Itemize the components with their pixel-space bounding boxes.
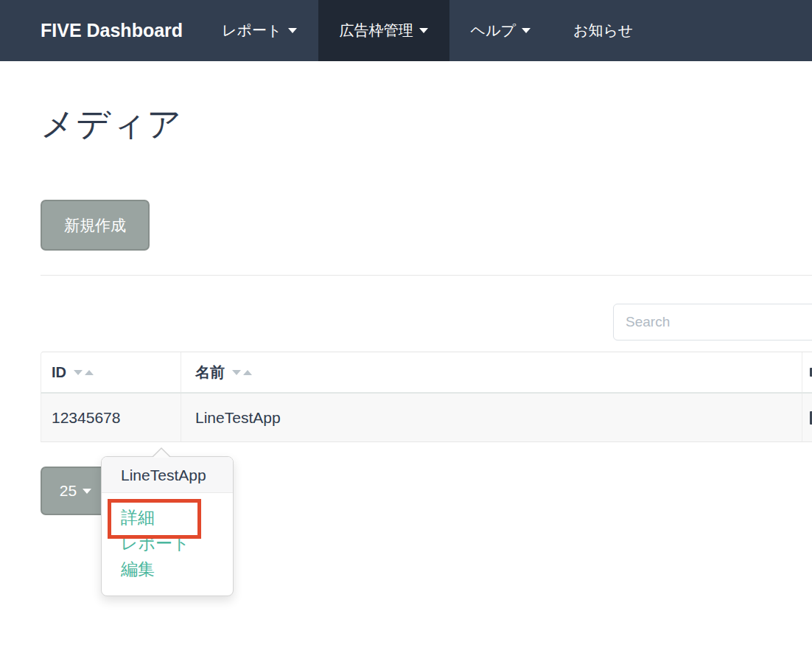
- nav-item-label: レポート: [222, 21, 281, 41]
- search-input[interactable]: [613, 304, 812, 341]
- sort-icons: [232, 370, 252, 375]
- popover-body: 詳細 レポート 編集: [102, 493, 233, 582]
- top-navbar: FIVE Dashboard レポート 広告枠管理 ヘルプ お知らせ: [0, 0, 812, 61]
- cell-id: 12345678: [41, 394, 181, 441]
- sort-asc-icon: [243, 370, 252, 375]
- sort-icons: [74, 370, 94, 375]
- cell-clipped: [802, 394, 812, 441]
- sort-desc-icon: [74, 370, 83, 375]
- caret-down-icon: [419, 28, 428, 33]
- cell-name: LineTestApp: [181, 394, 802, 441]
- brand-logo[interactable]: FIVE Dashboard: [41, 0, 183, 61]
- app-window: FIVE Dashboard レポート 広告枠管理 ヘルプ お知らせ メディア …: [0, 0, 812, 653]
- nav-item-news[interactable]: お知らせ: [552, 0, 654, 61]
- column-header-clipped: [802, 352, 812, 392]
- caret-down-icon: [288, 28, 297, 33]
- page-title: メディア: [41, 102, 182, 147]
- nav-item-label: 広告枠管理: [340, 21, 413, 41]
- nav-item-report[interactable]: レポート: [200, 0, 318, 61]
- caret-down-icon: [522, 28, 531, 33]
- page-size-dropdown[interactable]: 25: [41, 467, 111, 515]
- main-nav: レポート 広告枠管理 ヘルプ お知らせ: [200, 0, 654, 61]
- sort-desc-icon: [232, 370, 241, 375]
- table-row[interactable]: 12345678 LineTestApp: [41, 394, 812, 442]
- column-header-label: ID: [52, 364, 66, 381]
- nav-item-label: ヘルプ: [471, 21, 516, 41]
- popover-link-details[interactable]: 詳細: [121, 505, 233, 531]
- popover-link-report[interactable]: レポート: [121, 531, 233, 556]
- create-new-button[interactable]: 新規作成: [41, 200, 150, 251]
- nav-item-ad-slot-management[interactable]: 広告枠管理: [318, 0, 449, 61]
- row-actions-popover: LineTestApp 詳細 レポート 編集: [101, 456, 234, 596]
- sort-asc-icon: [85, 370, 94, 375]
- column-header-id[interactable]: ID: [41, 352, 181, 392]
- nav-item-help[interactable]: ヘルプ: [449, 0, 552, 61]
- nav-item-label: お知らせ: [573, 21, 633, 41]
- page-size-value: 25: [60, 482, 77, 500]
- table-header-row: ID 名前: [41, 352, 812, 394]
- divider: [41, 275, 812, 276]
- column-header-name[interactable]: 名前: [181, 352, 802, 392]
- popover-link-edit[interactable]: 編集: [121, 556, 233, 582]
- media-table: ID 名前 12345678 LineTestApp: [41, 352, 812, 442]
- popover-title: LineTestApp: [102, 457, 233, 493]
- popover-arrow: [152, 447, 171, 457]
- column-header-label: 名前: [195, 363, 225, 383]
- caret-down-icon: [83, 489, 91, 494]
